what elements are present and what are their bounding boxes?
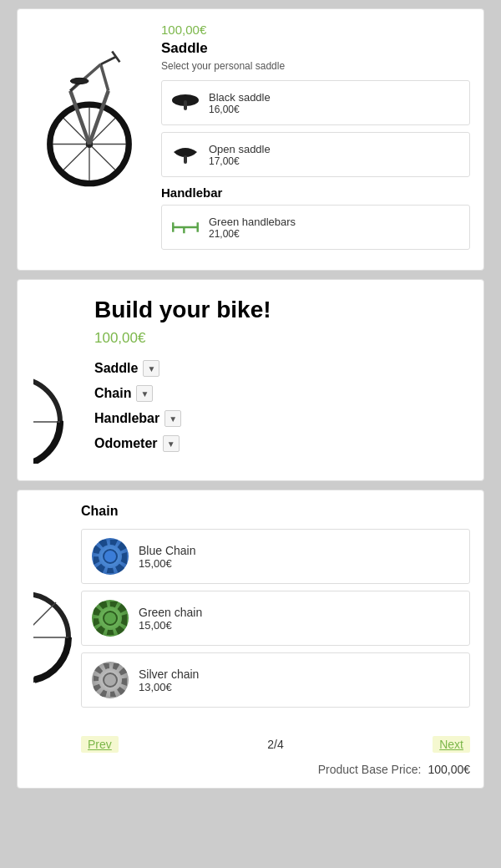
pagination-row: Prev 2/4 Next [68,728,483,758]
green-chain-price: 15,00€ [139,619,202,632]
dropdown-odometer-btn[interactable]: ▼ [163,435,180,452]
next-button[interactable]: Next [433,736,470,753]
dropdown-saddle-row: Saddle ▼ [94,360,470,377]
card2-content: Build your bike! 100,00€ Saddle ▼ Chain … [94,297,470,464]
card3-content: Chain Blue Chain 15,00€ [81,504,470,714]
svg-line-15 [101,57,116,64]
svg-line-13 [89,91,109,145]
black-saddle-info: Black saddle 16,00€ [209,91,271,115]
green-handlebar-info: Green handlebars 21,00€ [209,216,296,240]
option-green-handlebar[interactable]: Green handlebars 21,00€ [161,205,470,250]
build-title: Build your bike! [94,297,470,323]
bike-illustration-2 [33,297,79,464]
card1-content: 100,00€ Saddle Select your personal sadd… [161,23,470,256]
build-price: 100,00€ [94,330,470,347]
svg-point-18 [70,78,89,84]
card1-price: 100,00€ [161,23,470,37]
blue-chain-name: Blue Chain [139,544,196,557]
dropdown-handlebar-row: Handlebar ▼ [94,410,470,427]
dropdown-handlebar-btn[interactable]: ▼ [164,410,181,427]
handlebar-subtitle: Handlebar [161,185,470,200]
svg-line-14 [101,64,109,91]
dropdown-handlebar-label: Handlebar [94,411,159,426]
black-saddle-name: Black saddle [209,91,271,104]
svg-rect-20 [184,100,187,110]
card3-inner: Chain Blue Chain 15,00€ [18,490,483,728]
svg-line-34 [33,602,56,631]
dropdown-chain-btn[interactable]: ▼ [136,385,153,402]
open-saddle-price: 17,00€ [209,155,271,167]
silver-chain-name: Silver chain [139,667,199,681]
open-saddle-name: Open saddle [209,143,271,155]
silver-chain-price: 13,00€ [139,681,199,693]
dropdown-chain-label: Chain [94,386,131,401]
green-chain-name: Green chain [139,606,202,619]
dropdown-odometer-row: Odometer ▼ [94,435,470,452]
chain-section-title: Chain [81,504,470,519]
saddle-title: Saddle [161,40,470,57]
svg-line-9 [61,146,87,172]
open-saddle-info: Open saddle 17,00€ [209,143,271,167]
bike-illustration-3 [33,504,79,713]
option-black-saddle[interactable]: Black saddle 16,00€ [161,80,470,125]
card-build-your-bike: Build your bike! 100,00€ Saddle ▼ Chain … [17,279,484,481]
option-blue-chain[interactable]: Blue Chain 15,00€ [81,529,470,584]
dropdown-odometer-label: Odometer [94,436,158,451]
green-chain-thumb [92,600,129,637]
svg-point-36 [104,550,117,563]
dropdown-saddle-label: Saddle [94,361,138,376]
open-saddle-thumb [170,140,200,170]
bike-image-2 [31,297,81,464]
option-open-saddle[interactable]: Open saddle 17,00€ [161,132,470,177]
svg-line-16 [112,52,119,63]
saddle-subtitle: Select your personal saddle [161,60,470,72]
black-saddle-thumb [170,88,200,118]
blue-chain-price: 15,00€ [139,557,196,570]
green-chain-info: Green chain 15,00€ [139,606,202,632]
silver-chain-info: Silver chain 13,00€ [139,667,199,693]
dropdown-saddle-btn[interactable]: ▼ [143,360,159,377]
option-green-chain[interactable]: Green chain 15,00€ [81,591,470,646]
blue-chain-info: Blue Chain 15,00€ [139,544,196,570]
base-price-value: 100,00€ [428,763,470,776]
prev-button[interactable]: Prev [81,736,119,753]
green-handlebar-price: 21,00€ [209,228,296,240]
svg-rect-21 [184,155,187,164]
bike-illustration-1 [35,23,144,190]
svg-line-11 [70,91,89,145]
base-price-row: Product Base Price: 100,00€ [18,758,483,788]
option-silver-chain[interactable]: Silver chain 13,00€ [81,652,470,708]
black-saddle-price: 16,00€ [209,104,271,115]
silver-chain-thumb [92,662,129,698]
svg-line-7 [92,146,118,172]
green-handlebar-name: Green handlebars [209,216,296,228]
svg-point-40 [104,673,117,687]
card-chain-selection: Chain Blue Chain 15,00€ [17,490,484,789]
green-handlebar-thumb [170,212,200,242]
base-price-label: Product Base Price: [318,763,422,776]
bike-image-1 [31,23,148,256]
dropdown-chain-row: Chain ▼ [94,385,470,402]
blue-chain-thumb [92,538,129,575]
page-count: 2/4 [267,738,283,751]
card-saddle-options: 100,00€ Saddle Select your personal sadd… [17,8,484,271]
svg-point-38 [104,612,117,625]
bike-image-3 [31,504,81,714]
